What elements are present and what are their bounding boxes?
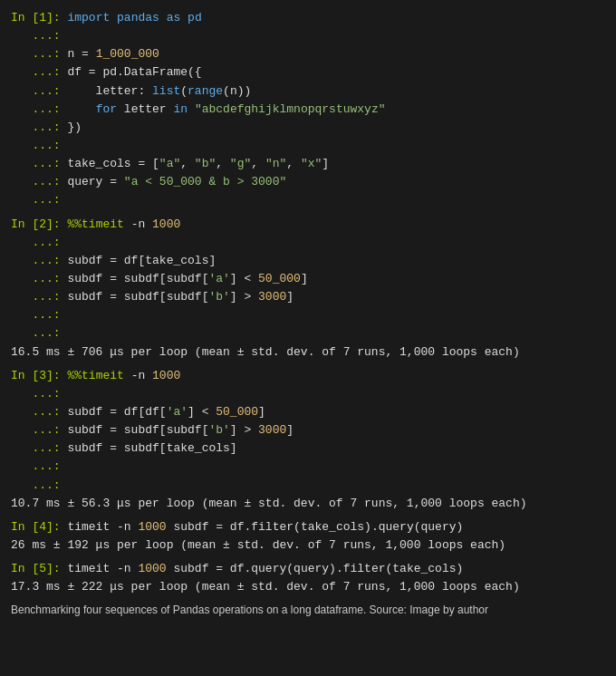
line-in1: In [1]: import pandas as pd [11,9,605,27]
line-cont7: ...: [11,385,605,403]
line-in5: In [5]: timeit -n 1000 subdf = df.query(… [11,560,605,578]
line-cont3: ...: [11,191,605,209]
line-out4: 26 ms ± 192 μs per loop (mean ± std. dev… [11,536,605,555]
line-subdf5: ...: subdf = subdf[subdf['b'] > 3000] [11,421,605,439]
line-out5: 17.3 ms ± 222 μs per loop (mean ± std. d… [11,578,605,596]
line-subdf3: ...: subdf = subdf[subdf['b'] > 3000] [11,288,605,306]
line-cont: ...: [11,27,605,45]
line-subdf2: ...: subdf = subdf[subdf['a'] < 50_000] [11,270,605,288]
line-cont4: ...: [11,234,605,252]
line-for: ...: for letter in "abcdefghijklmnopqrst… [11,101,605,119]
line-out3: 10.7 ms ± 56.3 μs per loop (mean ± std. … [11,495,605,513]
line-subdf6: ...: subdf = subdf[take_cols] [11,439,605,458]
line-query: ...: query = "a < 50_000 & b > 3000" [11,173,605,191]
line-cont6: ...: [11,324,605,343]
line-df: ...: df = pd.DataFrame({ [11,63,605,82]
line-in2: In [2]: %%timeit -n 1000 [11,216,605,234]
line-subdf4: ...: subdf = df[df['a'] < 50_000] [11,403,605,421]
line-bracket: ...: }) [11,119,605,137]
line-out2: 16.5 ms ± 706 μs per loop (mean ± std. d… [11,343,605,362]
code-block: In [1]: import pandas as pd ...: ...: n … [0,0,616,596]
line-in4: In [4]: timeit -n 1000 subdf = df.filter… [11,518,605,536]
line-subdf1: ...: subdf = df[take_cols] [11,252,605,270]
line-cont5: ...: [11,306,605,324]
line-cont9: ...: [11,477,605,495]
line-take-cols: ...: take_cols = ["a", "b", "g", "n", "x… [11,155,605,173]
line-letter: ...: letter: list(range(n)) [11,82,605,101]
line-in3: In [3]: %%timeit -n 1000 [11,367,605,385]
line-cont2: ...: [11,137,605,155]
caption: Benchmarking four sequences of Pandas op… [0,596,616,623]
line-n: ...: n = 1_000_000 [11,45,605,63]
line-cont8: ...: [11,458,605,476]
